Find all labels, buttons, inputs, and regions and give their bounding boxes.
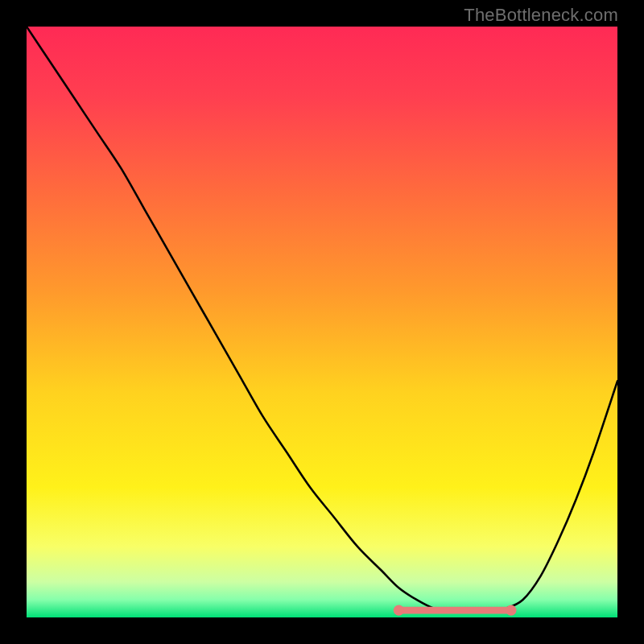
optimal-zone bbox=[394, 605, 517, 616]
chart-frame: TheBottleneck.com bbox=[0, 0, 644, 644]
plot-area bbox=[27, 27, 617, 617]
watermark-text: TheBottleneck.com bbox=[464, 5, 618, 26]
svg-point-2 bbox=[506, 605, 516, 616]
bottleneck-curve bbox=[27, 27, 617, 612]
svg-point-1 bbox=[394, 605, 404, 616]
curve-layer bbox=[27, 27, 617, 617]
